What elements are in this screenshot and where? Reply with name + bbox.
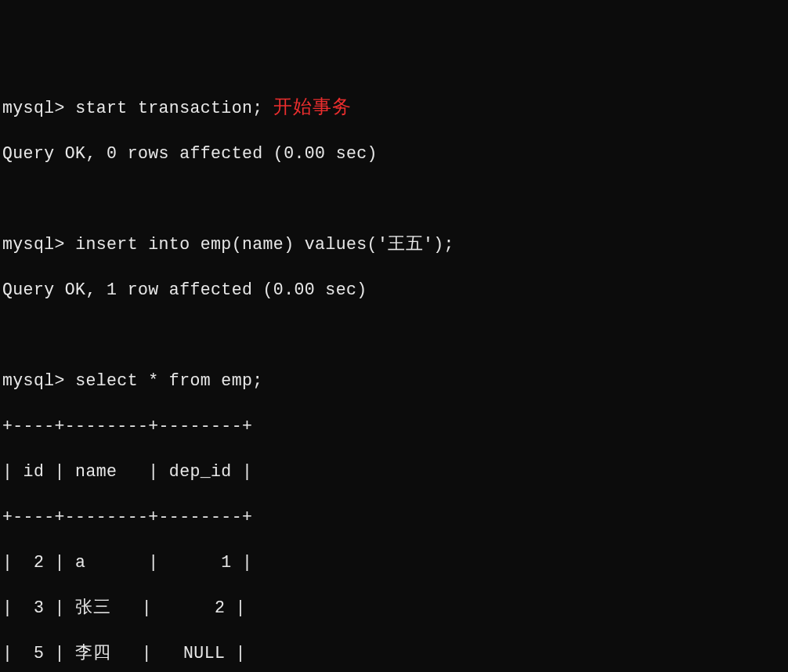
cmd-line-insert: mysql> insert into emp(name) values('王五'… [2,233,786,256]
prompt: mysql> [2,235,75,254]
cmd-line-start-transaction: mysql> start transaction; 开始事务 [2,94,786,120]
result-line: Query OK, 1 row affected (0.00 sec) [2,279,786,302]
blank-line [2,188,786,211]
command-text: start transaction; [75,99,262,117]
table-row: | 5 | 李四 | NULL | [2,642,786,665]
command-text: select * from emp; [75,371,262,390]
blank-line [2,324,786,347]
table-row: | 2 | a | 1 | [2,551,786,574]
result-line: Query OK, 0 rows affected (0.00 sec) [2,143,786,165]
table-row: | 3 | 张三 | 2 | [2,597,786,620]
table-border: +----+--------+--------+ [2,506,786,529]
table-border: +----+--------+--------+ [2,415,786,438]
prompt: mysql> [2,99,75,117]
prompt: mysql> [2,371,75,390]
annotation-begin: 开始事务 [273,96,352,117]
table-header: | id | name | dep_id | [2,461,786,483]
command-text: insert into emp(name) values('王五'); [75,235,454,254]
cmd-line-select1: mysql> select * from emp; [2,370,786,392]
